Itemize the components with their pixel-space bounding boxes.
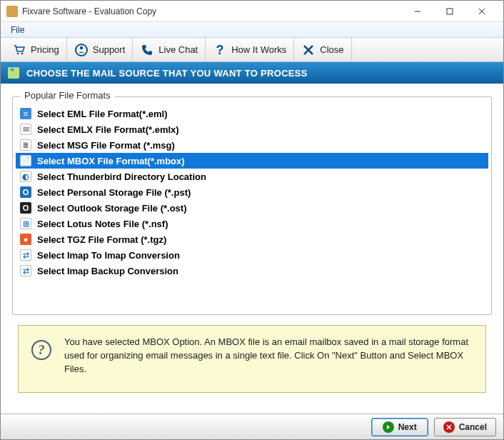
section-header: CHOOSE THE MAIL SOURCE THAT YOU WANT TO … xyxy=(1,62,503,84)
titlebar: Fixvare Software - Evaluation Copy xyxy=(1,1,503,22)
maximize-button[interactable] xyxy=(433,1,465,21)
format-label: Select Imap To Imap Conversion xyxy=(37,250,180,261)
svg-point-4 xyxy=(17,52,19,54)
minimize-icon xyxy=(414,8,421,15)
next-button[interactable]: Next xyxy=(371,418,428,436)
format-item[interactable]: ≡Select EML File Format(*.eml) xyxy=(16,106,488,121)
app-icon xyxy=(6,6,18,17)
svg-point-5 xyxy=(21,52,24,54)
format-label: Select MSG File Format (*.msg) xyxy=(37,140,175,151)
svg-point-7 xyxy=(80,46,83,49)
svg-point-6 xyxy=(76,44,87,56)
format-item[interactable]: ●Select TGZ File Format (*.tgz) xyxy=(16,231,488,247)
question-icon: ? xyxy=(213,43,227,57)
minimize-button[interactable] xyxy=(401,1,433,21)
close-icon xyxy=(478,8,485,15)
info-area: ? You have selected MBOX Option. An MBOX… xyxy=(1,315,503,393)
format-icon: O xyxy=(20,186,31,198)
format-label: Select Lotus Notes File (*.nsf) xyxy=(37,219,168,229)
livechat-label: Live Chat xyxy=(158,44,198,55)
support-button[interactable]: Support xyxy=(67,38,133,61)
format-icon: 🗎 xyxy=(20,139,31,151)
format-label: Select MBOX File Format(*.mbox) xyxy=(37,156,185,166)
format-item[interactable]: ⇄Select Imap Backup Conversion xyxy=(16,263,488,279)
pricing-label: Pricing xyxy=(31,44,59,55)
format-label: Select Outlook Storage File (*.ost) xyxy=(37,203,186,214)
format-icon: ● xyxy=(20,234,31,245)
pricing-button[interactable]: Pricing xyxy=(5,38,67,61)
menubar: File xyxy=(1,22,503,38)
format-icon: 📄 xyxy=(20,155,31,166)
format-label: Select EML File Format(*.eml) xyxy=(37,109,168,119)
cart-icon xyxy=(12,43,26,57)
close-label: Close xyxy=(320,44,343,55)
x-icon xyxy=(301,43,316,57)
info-icon: ? xyxy=(31,340,51,360)
menu-file[interactable]: File xyxy=(5,24,30,36)
toolbar: Pricing Support Live Chat ? How It Works… xyxy=(1,38,503,62)
formats-groupbox: Popular File Formats ≡Select EML File Fo… xyxy=(12,96,492,315)
format-icon: ⇄ xyxy=(20,265,31,276)
window-controls xyxy=(401,1,498,21)
main-panel: Popular File Formats ≡Select EML File Fo… xyxy=(1,84,503,315)
footer-bar: Next Cancel xyxy=(1,414,503,439)
format-icon: ◐ xyxy=(20,171,31,182)
format-icon: ⇄ xyxy=(20,249,31,261)
cancel-button[interactable]: Cancel xyxy=(434,418,496,436)
next-arrow-icon xyxy=(383,421,394,433)
cancel-x-icon xyxy=(443,421,455,433)
close-button[interactable]: Close xyxy=(294,38,351,61)
format-item[interactable]: ✉Select EMLX File Format(*.emlx) xyxy=(16,121,488,137)
format-label: Select Personal Storage File (*.pst) xyxy=(37,187,191,198)
format-item[interactable]: 🗎Select MSG File Format (*.msg) xyxy=(16,137,488,153)
format-icon: ⊞ xyxy=(20,218,31,229)
phone-icon xyxy=(140,43,154,57)
format-item[interactable]: 📄Select MBOX File Format(*.mbox) xyxy=(16,153,488,169)
format-label: Select Thunderbird Directory Location xyxy=(37,171,206,182)
format-item[interactable]: ⇄Select Imap To Imap Conversion xyxy=(16,247,488,263)
svg-rect-1 xyxy=(447,9,453,14)
window-title: Fixvare Software - Evaluation Copy xyxy=(22,6,401,16)
headset-icon xyxy=(74,43,89,57)
format-icon: ≡ xyxy=(20,108,31,119)
info-box: ? You have selected MBOX Option. An MBOX… xyxy=(18,325,486,393)
cancel-label: Cancel xyxy=(459,422,487,432)
groupbox-title: Popular File Formats xyxy=(20,90,115,101)
format-item[interactable]: OSelect Outlook Storage File (*.ost) xyxy=(16,200,488,216)
section-header-text: CHOOSE THE MAIL SOURCE THAT YOU WANT TO … xyxy=(26,68,308,79)
next-label: Next xyxy=(398,422,417,432)
format-item[interactable]: OSelect Personal Storage File (*.pst) xyxy=(16,184,488,200)
support-label: Support xyxy=(93,44,126,55)
svg-text:?: ? xyxy=(216,43,224,57)
format-label: Select Imap Backup Conversion xyxy=(37,266,178,276)
format-list: ≡Select EML File Format(*.eml)✉Select EM… xyxy=(16,106,488,279)
livechat-button[interactable]: Live Chat xyxy=(133,38,206,61)
howitworks-button[interactable]: ? How It Works xyxy=(206,38,294,61)
close-window-button[interactable] xyxy=(465,1,498,21)
format-item[interactable]: ◐Select Thunderbird Directory Location xyxy=(16,169,488,184)
format-icon: O xyxy=(20,202,31,214)
format-label: Select EMLX File Format(*.emlx) xyxy=(37,124,179,135)
format-item[interactable]: ⊞Select Lotus Notes File (*.nsf) xyxy=(16,216,488,231)
format-label: Select TGZ File Format (*.tgz) xyxy=(37,234,166,245)
howitworks-label: How It Works xyxy=(231,44,286,55)
info-text: You have selected MBOX Option. An MBOX f… xyxy=(64,336,473,376)
page-add-icon xyxy=(8,67,19,79)
maximize-icon xyxy=(446,8,453,15)
format-icon: ✉ xyxy=(20,124,31,135)
